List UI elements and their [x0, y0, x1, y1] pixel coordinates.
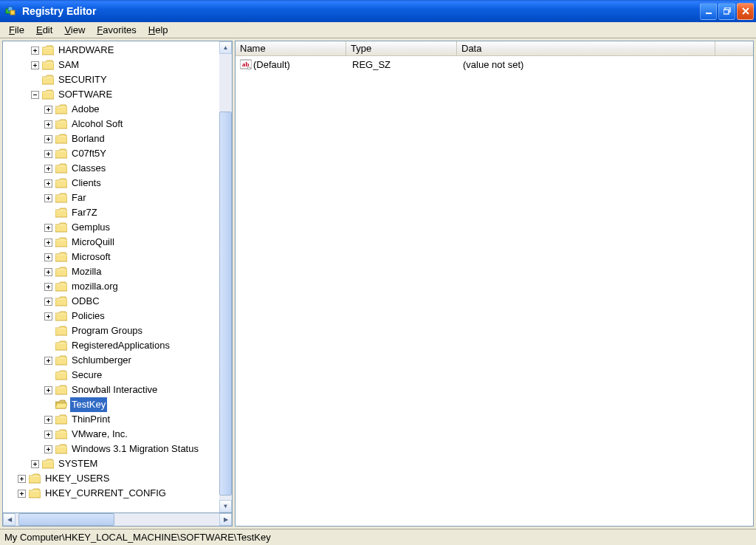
- tree-item-label[interactable]: ThinPrint: [70, 412, 111, 427]
- tree-horizontal-scrollbar[interactable]: ◀ ▶: [2, 513, 233, 527]
- tree-item-label[interactable]: Policies: [70, 309, 106, 323]
- scroll-right-button[interactable]: ▶: [219, 513, 232, 526]
- tree-item[interactable]: HKEY_USERS: [4, 471, 218, 486]
- tree-item[interactable]: SYSTEM: [4, 456, 218, 471]
- tree-item[interactable]: MicroQuill: [4, 235, 218, 250]
- tree-item-label[interactable]: Secure: [70, 368, 103, 383]
- tree-item[interactable]: ODBC: [4, 294, 218, 309]
- tree-item-label[interactable]: SYSTEM: [57, 456, 99, 471]
- expand-icon[interactable]: [44, 179, 52, 188]
- tree-item-label[interactable]: ODBC: [70, 294, 101, 309]
- tree-item[interactable]: Alcohol Soft: [4, 117, 218, 131]
- expand-icon[interactable]: [44, 386, 52, 394]
- tree-vertical-scrollbar[interactable]: ▲ ▼: [219, 41, 232, 513]
- tree-item[interactable]: mozilla.org: [4, 279, 218, 294]
- tree-item[interactable]: Snowball Interactive: [4, 383, 218, 397]
- tree-item-label[interactable]: Clients: [70, 176, 103, 191]
- expand-icon[interactable]: [44, 445, 52, 453]
- expand-icon[interactable]: [44, 194, 52, 202]
- tree-item[interactable]: Schlumberger: [4, 353, 218, 368]
- tree-item-label[interactable]: C07ft5Y: [70, 146, 108, 161]
- tree-item[interactable]: Microsoft: [4, 250, 218, 264]
- scroll-h-track[interactable]: [16, 513, 219, 526]
- tree-item[interactable]: Policies: [4, 309, 218, 323]
- tree-item[interactable]: C07ft5Y: [4, 146, 218, 161]
- tree-item[interactable]: Far7Z: [4, 205, 218, 220]
- scroll-track[interactable]: [219, 54, 232, 500]
- list-view[interactable]: Name Type Data (Default)REG_SZ(value not…: [235, 41, 754, 527]
- expand-icon[interactable]: [31, 61, 39, 69]
- menu-edit[interactable]: Edit: [30, 23, 58, 37]
- tree-item[interactable]: Gemplus: [4, 220, 218, 235]
- expand-icon[interactable]: [44, 431, 52, 439]
- expand-icon[interactable]: [31, 460, 39, 468]
- scroll-h-thumb[interactable]: [18, 513, 114, 526]
- tree-item-label[interactable]: Classes: [70, 161, 107, 176]
- tree-item[interactable]: Mozilla: [4, 264, 218, 279]
- tree-item-label[interactable]: Borland: [70, 131, 106, 146]
- tree-item-label[interactable]: Mozilla: [70, 264, 103, 279]
- tree-item-label[interactable]: TestKey: [70, 397, 107, 412]
- tree-item-label[interactable]: SOFTWARE: [57, 87, 114, 102]
- collapse-icon[interactable]: [31, 91, 39, 99]
- expand-icon[interactable]: [44, 253, 52, 261]
- expand-icon[interactable]: [18, 490, 26, 498]
- col-header-name[interactable]: Name: [236, 41, 346, 55]
- tree-item-label[interactable]: Windows 3.1 Migration Status: [70, 442, 200, 456]
- tree-item-label[interactable]: VMware, Inc.: [70, 427, 129, 442]
- expand-icon[interactable]: [44, 283, 52, 291]
- scroll-left-button[interactable]: ◀: [3, 513, 16, 526]
- tree-item[interactable]: Far: [4, 191, 218, 205]
- tree-item-label[interactable]: RegisteredApplications: [70, 338, 171, 353]
- col-header-type[interactable]: Type: [346, 41, 457, 55]
- expand-icon[interactable]: [44, 150, 52, 158]
- tree-item-label[interactable]: Far: [70, 191, 88, 205]
- expand-icon[interactable]: [44, 120, 52, 128]
- tree-item[interactable]: SECURITY: [4, 72, 218, 87]
- menu-view[interactable]: View: [58, 23, 91, 37]
- expand-icon[interactable]: [44, 106, 52, 114]
- menu-help[interactable]: Help: [142, 23, 174, 37]
- menu-favorites[interactable]: Favorites: [91, 23, 142, 37]
- tree-item[interactable]: Borland: [4, 131, 218, 146]
- col-header-data[interactable]: Data: [457, 41, 715, 55]
- tree-item-label[interactable]: Alcohol Soft: [70, 117, 124, 131]
- tree-item-label[interactable]: Microsoft: [70, 250, 112, 264]
- tree-item-label[interactable]: Snowball Interactive: [70, 383, 159, 397]
- scroll-up-button[interactable]: ▲: [219, 41, 232, 54]
- window-minimize-button[interactable]: [700, 3, 717, 20]
- tree-item-label[interactable]: HKEY_USERS: [44, 471, 111, 486]
- tree-item-label[interactable]: Adobe: [70, 102, 101, 117]
- tree-item[interactable]: Adobe: [4, 102, 218, 117]
- col-header-spare[interactable]: [715, 41, 753, 55]
- expand-icon[interactable]: [31, 47, 39, 55]
- tree-item[interactable]: Windows 3.1 Migration Status: [4, 442, 218, 456]
- expand-icon[interactable]: [44, 135, 52, 143]
- tree-item[interactable]: HARDWARE: [4, 43, 218, 58]
- tree-item[interactable]: TestKey: [4, 397, 218, 412]
- expand-icon[interactable]: [44, 239, 52, 247]
- tree-item-label[interactable]: Program Groups: [70, 323, 144, 338]
- expand-icon[interactable]: [44, 224, 52, 232]
- tree-item-label[interactable]: mozilla.org: [70, 279, 120, 294]
- tree-item-label[interactable]: Far7Z: [70, 205, 99, 220]
- expand-icon[interactable]: [44, 298, 52, 306]
- tree-item[interactable]: RegisteredApplications: [4, 338, 218, 353]
- tree-item-label[interactable]: SAM: [57, 58, 80, 72]
- tree-item[interactable]: Secure: [4, 368, 218, 383]
- window-close-button[interactable]: [737, 3, 754, 20]
- tree-item[interactable]: Classes: [4, 161, 218, 176]
- expand-icon[interactable]: [44, 357, 52, 365]
- tree-item-label[interactable]: Gemplus: [70, 220, 111, 235]
- scroll-thumb[interactable]: [219, 112, 232, 496]
- tree-item[interactable]: SOFTWARE: [4, 87, 218, 102]
- tree-item[interactable]: Program Groups: [4, 323, 218, 338]
- expand-icon[interactable]: [18, 475, 26, 483]
- tree-item[interactable]: SAM: [4, 58, 218, 72]
- expand-icon[interactable]: [44, 268, 52, 276]
- tree-item-label[interactable]: HKEY_CURRENT_CONFIG: [44, 486, 168, 501]
- expand-icon[interactable]: [44, 312, 52, 321]
- tree-item-label[interactable]: MicroQuill: [70, 235, 116, 250]
- tree-item[interactable]: VMware, Inc.: [4, 427, 218, 442]
- expand-icon[interactable]: [44, 165, 52, 173]
